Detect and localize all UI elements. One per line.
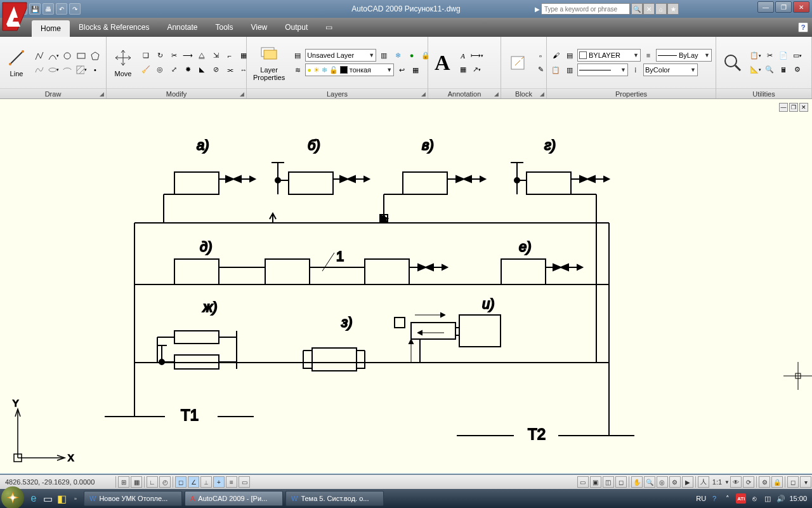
prop-palette-icon[interactable]: ▤: [563, 49, 576, 62]
qselect-icon[interactable]: 🔍: [763, 64, 776, 76]
tray-usb-icon[interactable]: ⎋: [749, 493, 759, 504]
minimize-button[interactable]: —: [757, 1, 774, 13]
orbit-icon[interactable]: ◎: [657, 476, 668, 488]
polygon-icon[interactable]: [89, 50, 102, 62]
stretch-icon[interactable]: ⇲: [209, 50, 222, 62]
expand-icon[interactable]: ◢: [421, 91, 426, 97]
tab-output[interactable]: Output: [276, 20, 317, 35]
prop2-icon[interactable]: ▥: [563, 64, 576, 76]
lock-ui-icon[interactable]: 🔒: [771, 476, 783, 488]
layer-freeze-icon[interactable]: ❄: [391, 49, 404, 62]
ellipse-icon[interactable]: ▾: [47, 64, 60, 76]
annoauto-icon[interactable]: ⟳: [743, 476, 754, 488]
lwt-toggle[interactable]: ≡: [226, 476, 237, 488]
annoscale-icon[interactable]: 人: [698, 476, 709, 488]
clock[interactable]: 15:00: [789, 495, 807, 502]
explode-icon[interactable]: ✸: [181, 64, 194, 76]
units-icon[interactable]: ⚙: [791, 64, 804, 76]
search-home-icon[interactable]: ⌂: [655, 3, 667, 15]
layer-match-icon[interactable]: ≋: [291, 64, 304, 76]
list-icon[interactable]: 📋: [549, 64, 562, 76]
grid-toggle[interactable]: ▦: [131, 476, 142, 488]
fullscreen-icon[interactable]: ◻: [787, 476, 799, 488]
arc-icon[interactable]: ▾: [47, 50, 60, 62]
join-icon[interactable]: ⫘: [223, 64, 236, 76]
ltscale-icon[interactable]: ⁞: [629, 64, 642, 76]
help-icon[interactable]: ?: [798, 22, 808, 32]
tab-extra-icon[interactable]: ▭: [317, 20, 341, 35]
select-all-icon[interactable]: ▭▾: [791, 50, 804, 62]
create-block-icon[interactable]: ▫: [534, 50, 547, 62]
copy-icon[interactable]: ❑: [140, 50, 152, 62]
drawing-canvas[interactable]: — ❐ ✕ а) б) в) г): [0, 99, 812, 474]
color-combo[interactable]: BYLAYER▼: [577, 49, 641, 62]
start-button[interactable]: [1, 486, 24, 509]
tab-annotate[interactable]: Annotate: [158, 20, 206, 35]
layer-prev-icon[interactable]: ↩: [395, 64, 408, 76]
quicklaunch-tc-icon[interactable]: ◧: [55, 491, 69, 505]
break-icon[interactable]: ⊘: [209, 64, 222, 76]
dimension-icon[interactable]: ⟼▾: [471, 50, 483, 62]
ltype-combo[interactable]: ByLay▼: [656, 49, 712, 62]
polyline-icon[interactable]: [33, 50, 46, 62]
search-fav-icon[interactable]: ★: [667, 3, 679, 15]
close-button[interactable]: ✕: [793, 1, 809, 13]
qat-redo-icon[interactable]: ↷: [69, 3, 81, 15]
chamfer-icon[interactable]: ◣: [195, 64, 208, 76]
layer-state-combo[interactable]: Unsaved Layer▼: [305, 49, 376, 62]
quicklaunch-desktop-icon[interactable]: ▭: [41, 491, 55, 505]
ortho-toggle[interactable]: ∟: [147, 476, 158, 488]
qat-new-icon[interactable]: 🗋: [3, 3, 14, 15]
extend-icon[interactable]: ⟶: [181, 50, 194, 62]
tab-view[interactable]: View: [242, 20, 276, 35]
layer-iso-icon[interactable]: ▥: [377, 49, 390, 62]
measure-icon[interactable]: 📐▾: [749, 64, 762, 76]
showmotion-icon[interactable]: ▶: [682, 476, 693, 488]
lang-indicator[interactable]: RU: [696, 495, 706, 502]
tray-vol-icon[interactable]: 🔊: [776, 493, 786, 504]
qp-toggle[interactable]: ▭: [239, 476, 250, 488]
edit-block-icon[interactable]: ✎: [534, 64, 547, 76]
quicklaunch-ie-icon[interactable]: e: [27, 491, 41, 505]
search-close-icon[interactable]: ✕: [643, 3, 655, 15]
pan-icon[interactable]: ✋: [631, 476, 643, 488]
layer-properties-button[interactable]: Layer Properties: [249, 43, 289, 83]
qat-open-icon[interactable]: 📂: [16, 3, 27, 15]
hatch-icon[interactable]: ▾: [75, 64, 88, 76]
search-btn-icon[interactable]: 🔍: [631, 3, 643, 15]
paste-icon[interactable]: 📋▾: [749, 50, 762, 62]
tray-net-icon[interactable]: ◫: [763, 493, 773, 504]
task-item-1[interactable]: WНовое УМК Отопле...: [84, 491, 182, 506]
leader-icon[interactable]: ↗▾: [471, 64, 483, 76]
maximize-button[interactable]: ❐: [775, 1, 792, 13]
zoom-icon[interactable]: 🔍: [644, 476, 655, 488]
otrack-toggle[interactable]: ∠: [188, 476, 199, 488]
fillet-icon[interactable]: ⌐: [223, 50, 236, 62]
tray-up-icon[interactable]: ˄: [723, 493, 733, 504]
move-button[interactable]: Move: [109, 46, 137, 79]
layer-state-icon[interactable]: ▤: [291, 49, 304, 62]
pstyle-combo[interactable]: ByColor▼: [643, 64, 698, 76]
rectangle-icon[interactable]: [75, 50, 88, 62]
lineweight-icon[interactable]: ≡: [642, 49, 655, 62]
scale-readout[interactable]: 1:1: [710, 478, 724, 486]
cut-icon[interactable]: ✂: [763, 50, 776, 62]
task-item-3[interactable]: WТема 5. Сист.вод. о...: [285, 491, 384, 506]
annovis-icon[interactable]: 👁: [730, 476, 742, 488]
zoom-button[interactable]: [719, 51, 747, 74]
tray-help-icon[interactable]: ?: [709, 493, 719, 504]
dyn-toggle[interactable]: +: [213, 476, 225, 488]
snap-toggle[interactable]: ⊞: [118, 476, 129, 488]
qv-layout-icon[interactable]: ◫: [603, 476, 614, 488]
ws-switch-icon[interactable]: ⚙: [759, 476, 770, 488]
qat-save-icon[interactable]: 💾: [29, 3, 41, 15]
steering-icon[interactable]: ⚙: [669, 476, 681, 488]
circle-icon[interactable]: [61, 50, 74, 62]
mirror-icon[interactable]: ⧋: [195, 50, 208, 62]
tab-home[interactable]: Home: [32, 20, 70, 37]
expand-icon[interactable]: ◢: [494, 91, 499, 97]
match-prop-icon[interactable]: 🖌: [549, 49, 562, 62]
qv-dwg-icon[interactable]: ◻: [615, 476, 627, 488]
lweight-combo[interactable]: ▼: [577, 64, 628, 76]
quicklaunch-more-icon[interactable]: »: [69, 491, 82, 505]
